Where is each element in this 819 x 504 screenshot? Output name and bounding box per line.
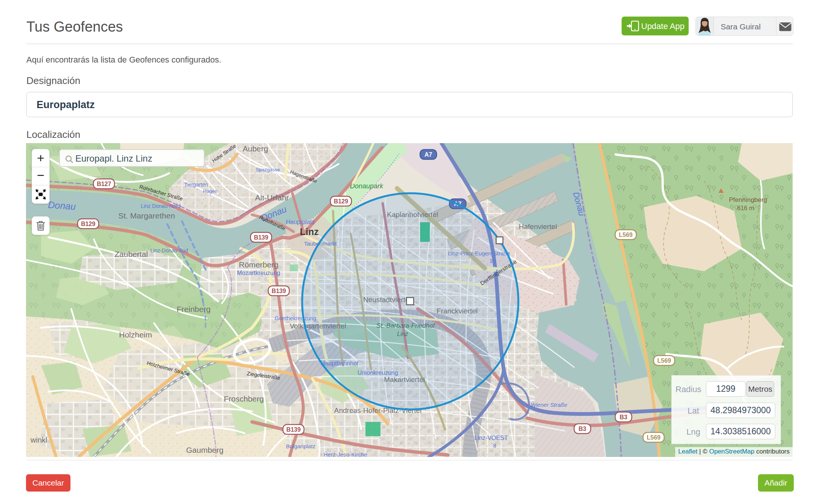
svg-text:Hagen: Hagen bbox=[203, 188, 217, 194]
svg-text:616 m: 616 m bbox=[737, 205, 754, 211]
svg-text:B139: B139 bbox=[286, 426, 301, 433]
svg-text:Bulgariplatz: Bulgariplatz bbox=[286, 443, 315, 449]
svg-text:winkl: winkl bbox=[30, 436, 47, 444]
svg-text:B139: B139 bbox=[272, 288, 286, 294]
svg-text:Linz Donau Nord: Linz Donau Nord bbox=[141, 203, 180, 209]
svg-text:Pfenningberg: Pfenningberg bbox=[729, 196, 767, 203]
svg-text:Hafenviertel: Hafenviertel bbox=[519, 223, 557, 231]
svg-text:Gaumberg: Gaumberg bbox=[186, 446, 223, 454]
svg-text:Linz-Donau Süd: Linz-Donau Süd bbox=[150, 247, 188, 254]
svg-text:Alt-Urfahr: Alt-Urfahr bbox=[255, 193, 289, 202]
svg-text:Mozartkreuzung: Mozartkreuzung bbox=[237, 270, 280, 276]
svg-text:Froschberg: Froschberg bbox=[224, 394, 264, 403]
svg-text:L569: L569 bbox=[657, 357, 671, 364]
svg-text:Holzheim: Holzheim bbox=[119, 330, 152, 339]
svg-text:B127: B127 bbox=[97, 181, 111, 187]
svg-text:Linz: Linz bbox=[300, 226, 319, 237]
svg-text:Herz-Jesu-Kirche: Herz-Jesu-Kirche bbox=[324, 451, 367, 457]
svg-text:B139: B139 bbox=[254, 234, 268, 241]
svg-text:Donau: Donau bbox=[48, 199, 76, 212]
svg-text:8: 8 bbox=[493, 442, 496, 449]
svg-text:Zaubertal: Zaubertal bbox=[115, 250, 148, 258]
svg-text:L569: L569 bbox=[647, 434, 661, 441]
svg-text:A7: A7 bbox=[425, 151, 432, 158]
svg-text:B3: B3 bbox=[579, 426, 587, 432]
svg-text:Freinberg: Freinberg bbox=[177, 305, 211, 313]
svg-text:Linz-VOEST: Linz-VOEST bbox=[474, 435, 508, 441]
svg-text:Donaupark: Donaupark bbox=[350, 182, 384, 190]
svg-text:L569: L569 bbox=[619, 232, 633, 238]
svg-text:Spazgasse: Spazgasse bbox=[256, 167, 280, 173]
svg-text:B129: B129 bbox=[81, 221, 95, 227]
svg-text:Wiener Straße: Wiener Straße bbox=[531, 402, 567, 408]
svg-text:Tiergarten: Tiergarten bbox=[184, 182, 208, 188]
svg-text:St. Margarethen: St. Margarethen bbox=[118, 211, 175, 220]
svg-text:Römerberg: Römerberg bbox=[239, 260, 278, 269]
svg-text:B129: B129 bbox=[334, 198, 348, 205]
svg-text:Hauptplatz: Hauptplatz bbox=[286, 219, 315, 225]
svg-text:Auberg: Auberg bbox=[243, 144, 268, 153]
svg-text:B3: B3 bbox=[620, 414, 628, 420]
